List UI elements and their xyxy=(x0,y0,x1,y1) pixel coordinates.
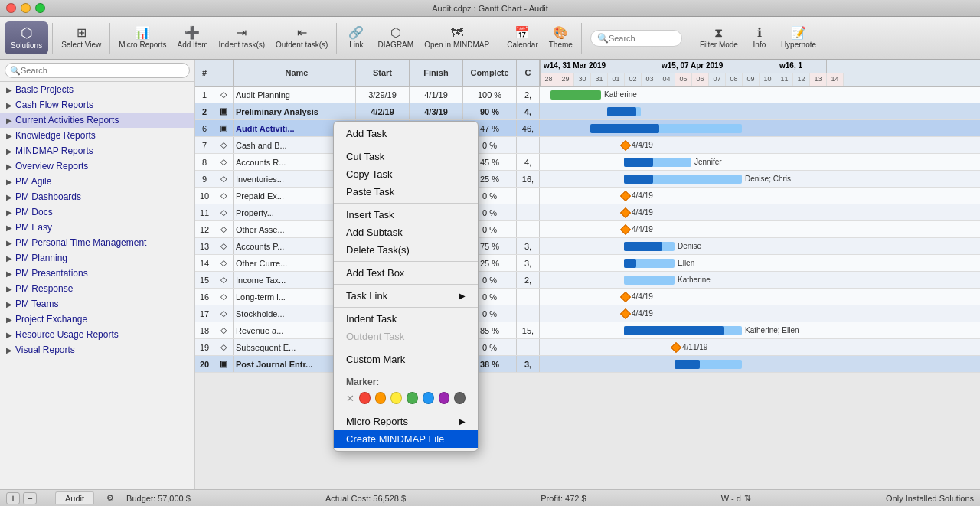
sidebar-item-pm-response[interactable]: ▶ PM Response xyxy=(0,281,194,296)
sidebar-item-cash-flow-reports[interactable]: ▶ Cash Flow Reports xyxy=(0,97,194,113)
calendar-button[interactable]: 📅 Calendar xyxy=(502,24,543,52)
menu-paste-task[interactable]: Paste Task xyxy=(334,183,478,201)
table-row[interactable]: 2 ▣ Preliminary Analysis 4/2/19 4/3/19 9… xyxy=(195,103,980,120)
menu-insert-task[interactable]: Insert Task xyxy=(334,206,478,224)
menu-copy-task[interactable]: Copy Task xyxy=(334,165,478,183)
cell-id: 11 xyxy=(195,204,214,220)
add-item-button[interactable]: ➕ Add Item xyxy=(172,24,212,52)
hypernote-button[interactable]: 📝 Hypernote xyxy=(776,24,821,52)
cell-id: 18 xyxy=(195,322,214,338)
day-11: 11 xyxy=(776,73,793,86)
sidebar-item-pm-presentations[interactable]: ▶ PM Presentations xyxy=(0,266,194,281)
table-row[interactable]: 6 ▣ Audit Activiti... 4/1/19 4/10/19 47 … xyxy=(195,120,980,137)
table-row[interactable]: 16 ◇ Long-term l... 0 % 4/4/19 xyxy=(195,289,980,305)
menu-add-text-box[interactable]: Add Text Box xyxy=(334,264,478,282)
table-row[interactable]: 15 ◇ Income Tax... 5/19 0 % 2, Katherine xyxy=(195,272,980,289)
menu-indent-task[interactable]: Indent Task xyxy=(334,310,478,328)
theme-button[interactable]: 🎨 Theme xyxy=(544,24,577,52)
sidebar-item-project-exchange[interactable]: ▶ Project Exchange xyxy=(0,312,194,327)
marker-purple[interactable] xyxy=(439,392,450,404)
sidebar-item-overview-reports[interactable]: ▶ Overview Reports xyxy=(0,158,194,174)
sidebar-item-pm-docs[interactable]: ▶ PM Docs xyxy=(0,204,194,220)
table-row[interactable]: 7 ◇ Cash and B... 0 % 4/4/19 xyxy=(195,137,980,154)
window-title: Audit.cdpz : Gantt Chart - Audit xyxy=(432,4,548,13)
search-input[interactable] xyxy=(609,34,675,43)
sidebar-item-pm-agile[interactable]: ▶ PM Agile xyxy=(0,174,194,189)
sidebar-item-label: PM Easy xyxy=(15,222,52,233)
table-row[interactable]: 11 ◇ Property... 0 % 4/4/19 xyxy=(195,204,980,221)
filter-mode-button[interactable]: ⧗ Filter Mode xyxy=(695,24,743,52)
link-button[interactable]: 🔗 Link xyxy=(341,24,371,52)
micro-reports-button[interactable]: 📊 Micro Reports xyxy=(114,24,171,52)
sidebar-item-pm-dashboards[interactable]: ▶ PM Dashboards xyxy=(0,189,194,204)
content-area: # Name Start Finish Complete C w14, 31 M… xyxy=(195,60,980,489)
sidebar-item-pm-personal-time-management[interactable]: ▶ PM Personal Time Management xyxy=(0,235,194,250)
menu-add-subtask[interactable]: Add Subtask xyxy=(334,224,478,241)
table-row[interactable]: 10 ◇ Prepaid Ex... 0 % 4/4/19 xyxy=(195,188,980,204)
window-controls[interactable] xyxy=(6,3,45,13)
menu-outdent-task[interactable]: Outdent Task xyxy=(334,328,478,345)
marker-green[interactable] xyxy=(407,392,418,404)
marker-orange[interactable] xyxy=(375,392,387,404)
open-in-mindmap-button[interactable]: 🗺 Open in MINDMAP xyxy=(420,24,494,52)
table-row[interactable]: 13 ◇ Accounts P... 5/19 75 % 3, Denise xyxy=(195,238,980,255)
cell-id: 6 xyxy=(195,120,214,136)
menu-micro-reports[interactable]: Micro Reports ▶ xyxy=(334,413,478,430)
table-row[interactable]: 12 ◇ Other Asse... 0 % 4/4/19 xyxy=(195,221,980,238)
bar-label: 4/4/19 xyxy=(632,309,653,318)
marker-red[interactable] xyxy=(359,392,371,404)
marker-gray[interactable] xyxy=(454,392,466,404)
menu-delete-tasks[interactable]: Delete Task(s) xyxy=(334,241,478,259)
table-row[interactable]: 1 ◇ Audit Planning 3/29/19 4/1/19 100 % … xyxy=(195,87,980,103)
menu-custom-mark[interactable]: Custom Mark xyxy=(334,351,478,368)
sidebar-item-pm-teams[interactable]: ▶ PM Teams xyxy=(0,296,194,312)
cell-c xyxy=(517,204,540,220)
search-toolbar[interactable]: 🔍 xyxy=(590,30,682,47)
sidebar-search[interactable]: 🔍 xyxy=(5,63,190,78)
menu-add-task[interactable]: Add Task xyxy=(334,125,478,142)
sidebar-item-current-activities-reports[interactable]: ▶ Current Activities Reports xyxy=(0,113,194,128)
table-row[interactable]: 9 ◇ Inventories... 0/19 25 % 16, Denise;… xyxy=(195,171,980,188)
theme-icon: 🎨 xyxy=(553,27,568,39)
menu-task-link[interactable]: Task Link ▶ xyxy=(334,287,478,305)
sidebar-arrow: ▶ xyxy=(6,346,12,354)
sidebar-item-visual-reports[interactable]: ▶ Visual Reports xyxy=(0,342,194,357)
table-row[interactable]: 17 ◇ Stockholde... 0 % 4/4/19 xyxy=(195,305,980,322)
menu-create-mindmap[interactable]: Create MINDMAP File xyxy=(334,430,478,448)
sidebar-item-resource-usage-reports[interactable]: ▶ Resource Usage Reports xyxy=(0,327,194,342)
marker-row: ✕ xyxy=(334,389,478,407)
marker-clear[interactable]: ✕ xyxy=(346,393,354,404)
cell-type: ◇ xyxy=(214,305,234,322)
close-button[interactable] xyxy=(6,3,16,13)
marker-yellow[interactable] xyxy=(390,392,402,404)
outdent-tasks-button[interactable]: ⇤ Outdent task(s) xyxy=(271,24,332,52)
task-bar-prog xyxy=(590,124,659,133)
marker-blue[interactable] xyxy=(423,392,434,404)
remove-button[interactable]: − xyxy=(23,492,37,504)
audit-tab[interactable]: Audit xyxy=(55,491,94,504)
sidebar-item-basic-projects[interactable]: ▶ Basic Projects xyxy=(0,82,194,97)
cell-c xyxy=(517,289,540,305)
diagram-button[interactable]: ⬡ DIAGRAM xyxy=(373,24,418,52)
table-row[interactable]: 18 ◇ Revenue a... 0/19 85 % 15, Katherin… xyxy=(195,322,980,339)
minimize-button[interactable] xyxy=(21,3,31,13)
indent-tasks-button[interactable]: ⇥ Indent task(s) xyxy=(214,24,270,52)
solutions-button[interactable]: ⬡ Solutions xyxy=(5,21,48,54)
table-row[interactable]: 20 ▣ Post Journal Entr... 4/15/19 38 % 3… xyxy=(195,356,980,373)
menu-cut-task[interactable]: Cut Task xyxy=(334,148,478,165)
select-view-button[interactable]: ⊞ Select View xyxy=(57,24,106,52)
sidebar-item-mindmap-reports[interactable]: ▶ MINDMAP Reports xyxy=(0,143,194,158)
info-button[interactable]: ℹ Info xyxy=(744,24,775,52)
table-row[interactable]: 8 ◇ Accounts R... 3/19 45 % 4, Jennifer xyxy=(195,154,980,171)
table-row[interactable]: 14 ◇ Other Curre... 5/19 25 % 3, Ellen xyxy=(195,255,980,272)
calendar-icon: 📅 xyxy=(514,27,530,39)
maximize-button[interactable] xyxy=(35,3,45,13)
zoom-stepper[interactable]: ⇅ xyxy=(744,493,751,503)
add-button[interactable]: + xyxy=(6,492,20,504)
sidebar-item-pm-easy[interactable]: ▶ PM Easy xyxy=(0,220,194,235)
sidebar-item-pm-planning[interactable]: ▶ PM Planning xyxy=(0,250,194,266)
sidebar-search-input[interactable] xyxy=(21,66,185,75)
table-row[interactable]: 19 ◇ Subsequent E... 0 % 4/11/19 xyxy=(195,339,980,356)
task-bar xyxy=(550,90,601,100)
sidebar-item-knowledge-reports[interactable]: ▶ Knowledge Reports xyxy=(0,128,194,143)
